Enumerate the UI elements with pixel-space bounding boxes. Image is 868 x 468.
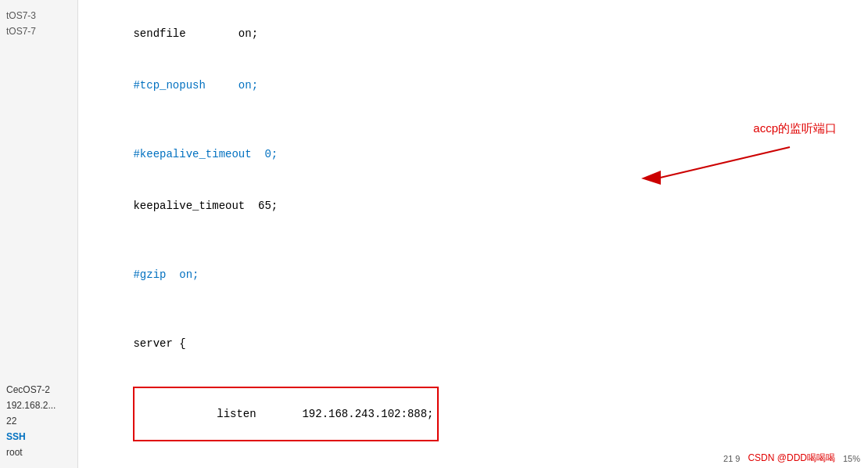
- zoom-level: 15%: [843, 454, 860, 463]
- code-line-8: [94, 301, 852, 318]
- code-line-7: #gzip on;: [94, 249, 852, 301]
- sidebar-item-tos7-3[interactable]: tOS7-3: [0, 8, 77, 23]
- annotation-area: accp的监听端口: [633, 121, 837, 186]
- code-line-listen: listen 192.168.243.102:888;: [94, 369, 852, 459]
- brand-label: CSDN @DDD喝喝喝: [748, 452, 835, 465]
- sidebar-item-cecos7-2[interactable]: CecOS7-2: [0, 382, 77, 398]
- annotation-text: accp的监听端口: [753, 121, 837, 136]
- code-line-1: sendfile on;: [94, 8, 852, 59]
- code-line-9: server {: [94, 318, 852, 369]
- svg-line-0: [657, 147, 790, 178]
- listen-highlight: listen 192.168.243.102:888;: [133, 387, 438, 441]
- sidebar: tOS7-3 tOS7-7 CecOS7-2 192.168.2... 22 S…: [0, 0, 78, 468]
- sidebar-item-root[interactable]: root: [0, 445, 77, 460]
- svg-marker-1: [641, 171, 661, 185]
- main-content: sendfile on; #tcp_nopush on; #keepalive_…: [78, 0, 868, 468]
- code-line-5: keepalive_timeout 65;: [94, 180, 852, 232]
- code-line-2: #tcp_nopush on;: [94, 59, 852, 111]
- sidebar-item-port[interactable]: 22: [0, 413, 77, 429]
- sidebar-item-ip[interactable]: 192.168.2...: [0, 398, 77, 413]
- cursor-coords: 21 9: [723, 454, 740, 463]
- annotation-arrow: [633, 139, 837, 186]
- sidebar-item-ssh[interactable]: SSH: [0, 429, 77, 445]
- bottom-bar: 21 9 CSDN @DDD喝喝喝 15%: [716, 448, 868, 468]
- sidebar-item-tos7-7[interactable]: tOS7-7: [0, 23, 77, 39]
- code-display: sendfile on; #tcp_nopush on; #keepalive_…: [94, 8, 852, 468]
- code-line-6: [94, 232, 852, 249]
